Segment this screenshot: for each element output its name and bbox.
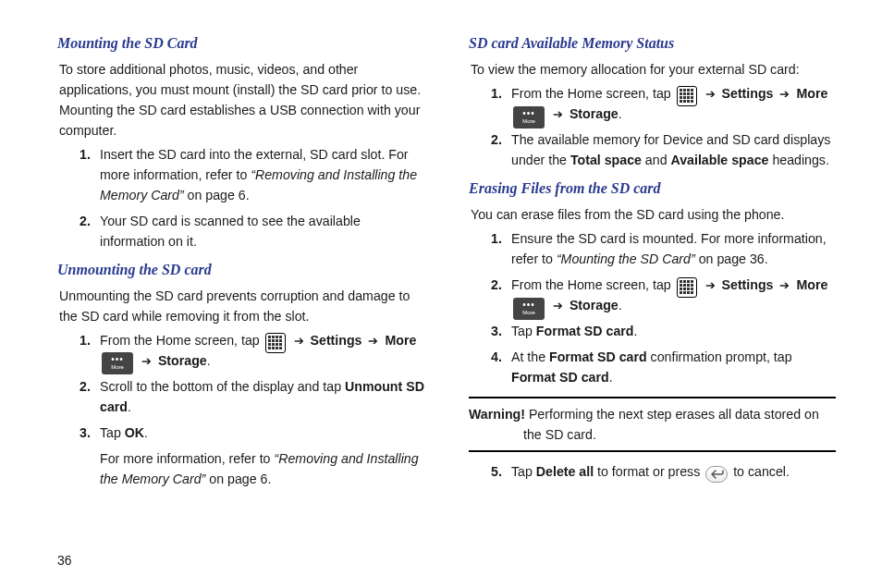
svg-rect-33: [683, 280, 686, 283]
left-column: Mounting the SD Card To store additional…: [57, 32, 424, 495]
steps-erasing-cont: Tap Delete all to format or press to can…: [491, 461, 836, 482]
svg-rect-41: [683, 288, 686, 290]
svg-rect-46: [687, 291, 690, 294]
step: Tap Format SD card.: [491, 321, 836, 341]
apps-icon: [677, 86, 697, 106]
svg-rect-17: [683, 89, 686, 92]
more-icon: •••More: [513, 298, 545, 320]
step: Scroll to the bottom of the display and …: [80, 376, 424, 417]
svg-rect-34: [687, 280, 690, 283]
steps-status: From the Home screen, tap ➔ Settings ➔ M…: [491, 83, 836, 170]
svg-rect-43: [691, 288, 693, 290]
svg-rect-0: [268, 336, 271, 338]
svg-rect-25: [683, 96, 686, 99]
text: confirmation prompt, tap: [647, 349, 792, 364]
apps-icon: [265, 333, 286, 353]
svg-rect-42: [687, 288, 690, 290]
arrow-icon: ➔: [705, 85, 716, 104]
text: on page 6.: [205, 472, 271, 486]
apps-icon: [677, 277, 697, 298]
steps-erasing: Ensure the SD card is mounted. For more …: [491, 228, 836, 387]
svg-rect-40: [680, 288, 682, 290]
total-space-label: Total space: [570, 153, 642, 167]
para-unmount-intro: Unmounting the SD card prevents corrupti…: [59, 286, 424, 326]
settings-label: Settings: [311, 333, 362, 348]
svg-rect-21: [683, 92, 686, 95]
para-status-intro: To view the memory allocation for your e…: [471, 59, 836, 80]
svg-rect-2: [276, 336, 278, 338]
format-label: Format SD card: [536, 324, 634, 338]
svg-rect-10: [276, 343, 278, 346]
sub-ref: For more information, refer to “Removing…: [100, 448, 424, 489]
svg-rect-8: [268, 343, 271, 346]
svg-rect-37: [683, 284, 686, 287]
svg-rect-1: [272, 336, 275, 338]
step: At the Format SD card confirmation promp…: [491, 347, 836, 387]
settings-label: Settings: [722, 86, 774, 101]
text: to cancel.: [729, 464, 790, 479]
svg-rect-13: [272, 347, 275, 349]
text: on page 36.: [695, 251, 768, 266]
heading-memory-status: SD card Available Memory Status: [469, 32, 836, 55]
more-icon: •••More: [102, 352, 133, 374]
svg-rect-30: [687, 100, 690, 103]
back-icon: [705, 466, 728, 483]
step: Your SD card is scanned to see the avail…: [80, 211, 424, 251]
text: on page 6.: [184, 188, 250, 202]
warning-label: Warning!: [469, 407, 525, 422]
para-erase-intro: You can erase files from the SD card usi…: [471, 204, 836, 225]
arrow-icon: ➔: [368, 332, 378, 350]
text: headings.: [768, 153, 828, 167]
more-label: More: [796, 86, 827, 101]
svg-rect-9: [272, 343, 275, 346]
svg-rect-39: [691, 284, 693, 287]
steps-unmounting: From the Home screen, tap ➔ Settings ➔ M…: [80, 330, 424, 443]
ref: “Mounting the SD Card”: [557, 251, 695, 266]
more-label: More: [796, 277, 827, 292]
svg-rect-45: [683, 291, 686, 294]
svg-rect-35: [691, 280, 693, 283]
page-number: 36: [57, 551, 72, 571]
ok-label: OK: [125, 425, 144, 440]
text: From the Home screen, tap: [511, 86, 675, 101]
svg-rect-4: [268, 339, 271, 342]
step: Ensure the SD card is mounted. For more …: [491, 228, 836, 269]
step: Insert the SD card into the external, SD…: [80, 144, 424, 205]
svg-rect-5: [272, 339, 275, 342]
available-space-label: Available space: [670, 153, 768, 167]
para-mount-intro: To store additional photos, music, video…: [59, 59, 424, 141]
svg-rect-3: [279, 336, 282, 338]
storage-label: Storage: [570, 106, 619, 121]
text: to format or press: [594, 464, 704, 479]
storage-label: Storage: [158, 353, 207, 368]
step: The available memory for Device and SD c…: [491, 129, 836, 170]
arrow-icon: ➔: [553, 297, 563, 315]
svg-rect-22: [687, 92, 690, 95]
text: From the Home screen, tap: [511, 277, 675, 292]
format-label: Format SD card: [511, 370, 609, 385]
text: and: [642, 153, 671, 167]
heading-unmounting: Unmounting the SD card: [57, 259, 424, 282]
text: At the: [511, 349, 549, 364]
svg-rect-14: [276, 347, 278, 349]
svg-rect-11: [279, 343, 282, 346]
more-label: More: [385, 333, 416, 348]
svg-rect-29: [683, 100, 686, 103]
svg-rect-18: [687, 89, 690, 92]
step: Tap OK.: [80, 423, 424, 443]
arrow-icon: ➔: [553, 105, 563, 124]
svg-rect-27: [691, 96, 693, 99]
arrow-icon: ➔: [294, 332, 304, 350]
warning-box: Warning! Performing the next step erases…: [469, 397, 836, 452]
svg-rect-47: [691, 291, 693, 294]
warning-text: Performing the next step erases all data…: [523, 407, 819, 442]
text: Tap: [511, 324, 536, 338]
svg-rect-6: [276, 339, 278, 342]
step: From the Home screen, tap ➔ Settings ➔ M…: [491, 83, 836, 124]
svg-rect-19: [691, 89, 693, 92]
step: From the Home screen, tap ➔ Settings ➔ M…: [491, 275, 836, 315]
svg-rect-15: [279, 347, 282, 349]
step: From the Home screen, tap ➔ Settings ➔ M…: [80, 330, 424, 371]
arrow-icon: ➔: [779, 276, 790, 295]
right-column: SD card Available Memory Status To view …: [469, 32, 836, 495]
